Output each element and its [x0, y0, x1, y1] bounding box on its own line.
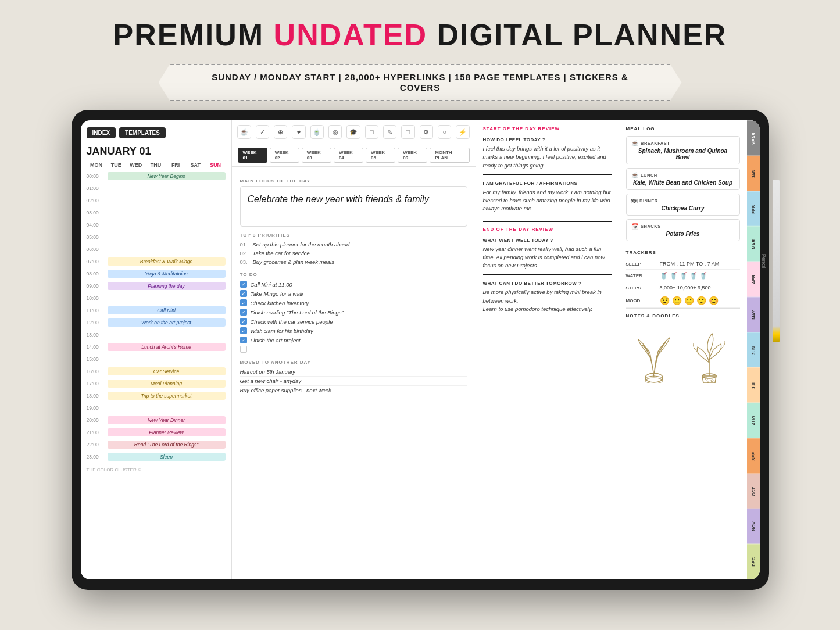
toolbar-icon-rect[interactable]: □	[365, 125, 378, 139]
notes-label: NOTES & DOODLES	[626, 313, 740, 318]
month-tab-nov[interactable]: NOV	[747, 509, 760, 544]
meal-snacks: 📅 SNACKS Potato Fries	[626, 219, 740, 241]
grateful-question: I AM GRATEFUL FOR / AFFIRMATIONS	[483, 181, 612, 186]
checked-box[interactable]: ✓	[240, 299, 247, 306]
toolbar-icon-lightning[interactable]: ⚡	[456, 125, 469, 139]
schedule-event: Trip to the supermarket	[108, 392, 226, 400]
templates-button[interactable]: TEMPLATES	[119, 127, 166, 138]
time-slot: 19:00	[87, 402, 226, 414]
checked-box[interactable]: ✓	[240, 337, 247, 343]
month-tab-dec[interactable]: DEC	[747, 544, 760, 579]
index-button[interactable]: INDEX	[87, 127, 116, 138]
nav-buttons: INDEX TEMPLATES	[87, 127, 226, 138]
icon-toolbar: ☕ ✓ ⊕ ♥ 🍵 ◎ 🎓 □ ✎ □ ⚙ ○ ⚡	[232, 120, 476, 144]
month-tab-jun[interactable]: JUN	[747, 332, 760, 368]
cup-2: 🥤	[670, 272, 678, 280]
month-tab-jan[interactable]: JAN	[747, 156, 760, 191]
trackers-label: TRACKERS	[626, 250, 740, 255]
toolbar-icon-coffee[interactable]: ☕	[237, 125, 251, 139]
month-tab-sep[interactable]: SEP	[747, 438, 760, 474]
checked-box[interactable]: ✓	[240, 309, 247, 316]
time-label: 18:00	[87, 393, 108, 399]
time-slot: 22:00Read "The Lord of the Rings"	[87, 439, 226, 450]
trackers-section: TRACKERS SLEEP FROM : 11 PM TO : 7 AM WA…	[626, 245, 740, 308]
time-label: 03:00	[87, 210, 108, 216]
toolbar-icon-plus[interactable]: ⊕	[274, 125, 287, 139]
todo-text: Take Mingo for a walk	[251, 291, 304, 297]
month-sidebar: YEARJANFEBMARAPRMAYJUNJULAUGSEPOCTNOVDEC	[747, 120, 760, 579]
todo-item	[240, 345, 467, 354]
main-focus-box[interactable]: Celebrate the new year with friends & fa…	[240, 186, 467, 227]
month-tab-may[interactable]: MAY	[747, 297, 760, 332]
checked-box[interactable]: ✓	[240, 281, 247, 288]
time-label: 10:00	[87, 295, 108, 301]
schedule-event: Car Service	[108, 367, 226, 375]
month-tab-mar[interactable]: MAR	[747, 226, 760, 262]
meal-icon: ☕	[631, 140, 639, 146]
steps-tracker: STEPS 5,000+ 10,000+ 9,500	[626, 282, 740, 293]
todo-text: Check with the car service people	[251, 318, 333, 325]
todo-list: ✓Call Nini at 11:00✓Take Mingo for a wal…	[240, 280, 467, 354]
time-slot: 04:00	[87, 219, 226, 231]
priority-item: 02.Take the car for service	[240, 249, 467, 257]
mood-icons: 😟 😐 😐 🙂 😊	[660, 296, 719, 305]
main-focus-label: MAIN FOCUS OF THE DAY	[240, 178, 467, 184]
month-tab-year[interactable]: YEAR	[747, 120, 760, 156]
time-label: 20:00	[87, 417, 108, 423]
toolbar-icon-circle[interactable]: ◎	[328, 125, 342, 139]
tablet-screen: INDEX TEMPLATES JANUARY 01 MON TUE WED T…	[81, 120, 760, 579]
week-tab-4[interactable]: WEEK 04	[334, 148, 363, 163]
week-tab-2[interactable]: WEEK 02	[270, 148, 299, 163]
tablet-device: INDEX TEMPLATES JANUARY 01 MON TUE WED T…	[72, 110, 769, 590]
toolbar-icon-hat[interactable]: 🎓	[346, 125, 360, 139]
time-label: 05:00	[87, 234, 108, 240]
time-slot: 03:00	[87, 207, 226, 219]
checked-box[interactable]: ✓	[240, 327, 247, 334]
toolbar-icon-dot[interactable]: ○	[438, 125, 451, 139]
todo-text: Check kitchen inventory	[251, 300, 309, 306]
toolbar-icon-pencil[interactable]: ✎	[383, 125, 396, 139]
week-tab-1[interactable]: WEEK 01	[238, 148, 267, 163]
time-label: 12:00	[87, 320, 108, 325]
month-tab-jul[interactable]: JUL	[747, 367, 760, 403]
toolbar-icon-check[interactable]: ✓	[256, 125, 269, 139]
water-cups: 🥤 🥤 🥤 🥤 🥤	[660, 272, 707, 280]
checked-box[interactable]: ✓	[240, 290, 247, 297]
calendar-panel: INDEX TEMPLATES JANUARY 01 MON TUE WED T…	[81, 120, 232, 579]
week-tab-3[interactable]: WEEK 03	[302, 148, 331, 163]
time-label: 14:00	[87, 344, 108, 350]
mood-tracker: MOOD 😟 😐 😐 🙂 😊	[626, 293, 740, 308]
toolbar-icon-mug[interactable]: 🍵	[310, 125, 324, 139]
cup-3: 🥤	[680, 272, 688, 280]
month-tab-aug[interactable]: AUG	[747, 403, 760, 438]
meal-type-label: 📅 SNACKS	[631, 223, 735, 230]
time-slot: 14:00Lunch at Arohi's Home	[87, 341, 226, 353]
month-tab-apr[interactable]: APR	[747, 262, 760, 297]
svg-point-4	[711, 380, 713, 382]
checked-box[interactable]: ✓	[240, 318, 247, 325]
todo-item: ✓Check kitchen inventory	[240, 298, 467, 307]
priority-text: Take the car for service	[253, 250, 310, 256]
apple-pencil	[773, 180, 780, 342]
schedule-event: Meal Planning	[108, 380, 226, 388]
title-part1: PREMIUM	[113, 18, 274, 52]
toolbar-icon-heart[interactable]: ♥	[292, 125, 305, 139]
toolbar-icon-square[interactable]: □	[401, 125, 414, 139]
time-label: 22:00	[87, 442, 108, 448]
toolbar-icon-gear[interactable]: ⚙	[420, 125, 433, 139]
title-part2: DIGITAL PLANNER	[427, 18, 727, 52]
meal-name: Potato Fries	[631, 231, 735, 237]
week-tab-5[interactable]: WEEK 05	[366, 148, 395, 163]
sleep-tracker: SLEEP FROM : 11 PM TO : 7 AM	[626, 259, 740, 270]
cup-1: 🥤	[660, 272, 668, 280]
unchecked-box[interactable]	[240, 346, 247, 353]
title-highlight: UNDATED	[274, 18, 427, 52]
schedule-event: Yoga & Meditatoion	[108, 270, 226, 278]
month-plan-tab[interactable]: MONTH PLAN	[430, 148, 469, 163]
month-tab-feb[interactable]: FEB	[747, 191, 760, 227]
week-tab-6[interactable]: WEEK 06	[398, 148, 427, 163]
month-tab-oct[interactable]: OCT	[747, 474, 760, 509]
time-slot: 18:00Trip to the supermarket	[87, 390, 226, 402]
time-slot: 09:00Planning the day	[87, 280, 226, 292]
time-slot: 23:00Sleep	[87, 451, 226, 463]
